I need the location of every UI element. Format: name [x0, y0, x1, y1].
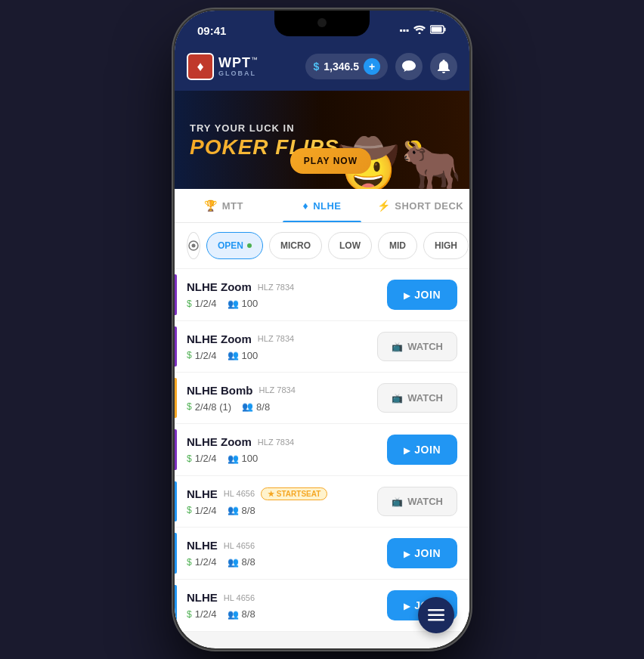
table-code-6: HL 4656: [224, 541, 255, 550]
people-icon-4: 👥: [228, 453, 239, 464]
tab-nlhe-label: NLHE: [313, 200, 341, 212]
tab-mtt-label: MTT: [222, 200, 243, 212]
watch-icon-5: [392, 496, 403, 507]
blinds-3: 2/4/8 (1): [195, 401, 231, 413]
play-now-button[interactable]: PLAY NOW: [290, 148, 371, 174]
open-dot: [247, 243, 252, 248]
table-name-3: NLHE Bomb: [187, 384, 253, 397]
high-label: HIGH: [435, 240, 457, 251]
tab-nlhe[interactable]: ♦ NLHE: [273, 189, 371, 222]
players-4: 100: [242, 453, 259, 464]
logo-text: WPT™ GLOBAL: [218, 56, 259, 77]
table-name-7: NLHE: [187, 591, 218, 604]
filter-high-button[interactable]: HIGH: [423, 232, 469, 259]
filter-micro-button[interactable]: MICRO: [269, 232, 322, 259]
people-icon-3: 👥: [242, 401, 253, 412]
filter-mid-button[interactable]: MID: [378, 232, 417, 259]
mid-label: MID: [389, 240, 406, 251]
add-balance-button[interactable]: +: [364, 58, 380, 75]
logo-wpt: WPT™: [218, 56, 259, 70]
table-code-5: HL 4656: [224, 489, 255, 498]
play-icon-7: [404, 599, 410, 611]
table-info-7: NLHE HL 4656 $ 1/2/4 👥 8/8: [187, 591, 378, 620]
play-icon-6: [404, 547, 410, 559]
tab-short-deck-label: SHORT DECK: [395, 200, 463, 212]
chat-button[interactable]: [395, 53, 423, 80]
filter-fab-button[interactable]: [418, 597, 454, 633]
join-button-6[interactable]: JOIN: [387, 538, 457, 568]
mtt-icon: 🏆: [204, 200, 218, 212]
table-code-3: HLZ 7834: [259, 385, 296, 394]
tab-short-deck[interactable]: ⚡ SHORT DECK: [371, 189, 469, 222]
blinds-6: 1/2/4: [195, 556, 217, 568]
people-icon-2: 👥: [228, 350, 239, 360]
blinds-5: 1/2/4: [195, 505, 217, 516]
dollar-icon-3: $: [187, 401, 192, 412]
table-action-6: JOIN: [387, 538, 457, 568]
table-code-7: HL 4656: [224, 593, 255, 602]
balance-pill[interactable]: $ 1,346.5 +: [305, 54, 388, 79]
watch-button-3[interactable]: WATCH: [377, 383, 457, 413]
table-code-1: HLZ 7834: [258, 283, 294, 292]
table-action-4: JOIN: [387, 435, 457, 465]
people-icon-5: 👥: [228, 505, 239, 515]
join-button-1[interactable]: JOIN: [387, 280, 457, 310]
play-icon-4: [404, 444, 410, 456]
navbar: WPT™ GLOBAL $ 1,346.5 +: [175, 47, 469, 91]
wifi-icon: [413, 25, 426, 36]
players-1: 100: [242, 298, 259, 309]
blinds-7: 1/2/4: [195, 608, 217, 620]
svg-rect-8: [428, 619, 444, 621]
table-info-2: NLHE Zoom HLZ 7834 $ 1/2/4 👥 100: [187, 333, 368, 361]
nlhe-icon: ♦: [302, 200, 308, 212]
players-6: 8/8: [242, 556, 255, 568]
balance-amount: 1,346.5: [324, 60, 359, 73]
filter-row: OPEN MICRO LOW MID HIGH: [175, 223, 469, 269]
notch: [274, 11, 370, 36]
signal-icon: ▪▪▪: [399, 25, 409, 36]
table-name-6: NLHE: [187, 539, 218, 552]
watch-button-2[interactable]: WATCH: [377, 332, 457, 361]
players-2: 100: [242, 350, 259, 361]
blinds-2: 1/2/4: [195, 350, 217, 361]
filter-all-button[interactable]: [187, 232, 200, 259]
people-icon-6: 👥: [228, 557, 239, 568]
tables-list: NLHE Zoom HLZ 7834 $ 1/2/4 👥 100: [175, 269, 469, 648]
table-code-2: HLZ 7834: [258, 334, 294, 343]
micro-label: MICRO: [280, 240, 311, 251]
table-row: NLHE HL 4656 $ 1/2/4 👥 8/8: [175, 528, 469, 580]
low-label: LOW: [339, 240, 361, 251]
filter-low-button[interactable]: LOW: [328, 232, 372, 259]
phone-screen: 09:41 ▪▪▪: [175, 11, 469, 648]
table-name-5: NLHE: [187, 487, 218, 500]
blinds-4: 1/2/4: [195, 453, 217, 464]
nav-right: $ 1,346.5 +: [305, 53, 457, 80]
table-info-5: NLHE HL 4656 ★ STARTSEAT $ 1/2/4 👥 8: [187, 487, 368, 516]
tab-mtt[interactable]: 🏆 MTT: [175, 189, 273, 222]
balance-dollar-sign: $: [313, 60, 319, 73]
join-button-4[interactable]: JOIN: [387, 435, 457, 465]
table-row: NLHE Zoom HLZ 7834 $ 1/2/4 👥 100: [175, 269, 469, 321]
filter-open-button[interactable]: OPEN: [206, 232, 263, 259]
banner-characters: 🤠 🐂: [338, 91, 462, 189]
blinds-1: 1/2/4: [195, 298, 217, 309]
dollar-icon-6: $: [187, 557, 192, 568]
svg-rect-7: [428, 614, 444, 617]
dollar-icon-2: $: [187, 350, 192, 360]
tabs-container: 🏆 MTT ♦ NLHE ⚡ SHORT DECK: [175, 189, 469, 223]
logo-badge: [187, 53, 214, 80]
table-name-1: NLHE Zoom: [187, 280, 252, 293]
people-icon-7: 👥: [228, 609, 239, 620]
dollar-icon-4: $: [187, 453, 192, 464]
svg-rect-3: [432, 26, 442, 32]
banner[interactable]: TRY YOUR LUCK IN POKER FLIPS PLAY NOW 🤠 …: [175, 91, 469, 189]
table-name-4: NLHE Zoom: [187, 435, 252, 448]
watch-button-5[interactable]: WATCH: [377, 487, 457, 516]
svg-point-0: [419, 32, 421, 34]
table-action-5: WATCH: [377, 487, 457, 516]
battery-icon: [430, 25, 447, 36]
short-deck-icon: ⚡: [377, 200, 391, 212]
watch-icon-3: [392, 392, 403, 404]
notifications-button[interactable]: [430, 53, 457, 80]
table-row: NLHE Zoom HLZ 7834 $ 1/2/4 👥 100: [175, 424, 469, 476]
